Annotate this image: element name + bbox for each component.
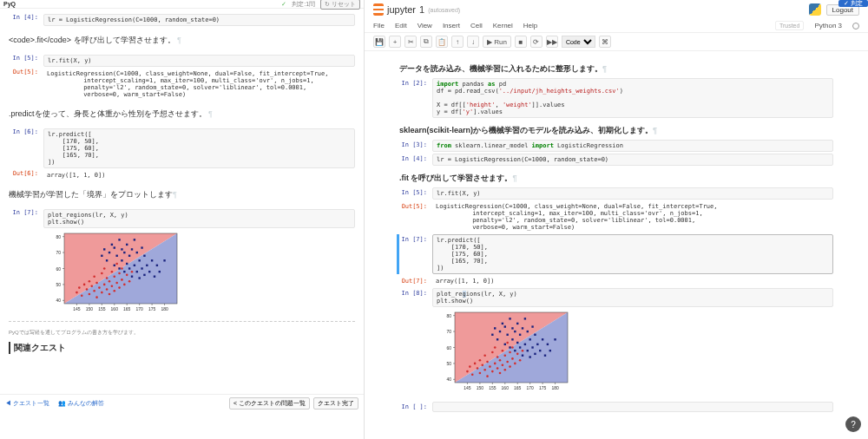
svg-text:150: 150 — [477, 385, 484, 390]
prev-quest-button[interactable]: < このクエストの問題一覧 — [229, 397, 310, 410]
quest-done-button[interactable]: クエスト完了 — [313, 397, 358, 410]
code-body[interactable]: lr = LogisticRegression(C=1000, random_s… — [43, 14, 355, 26]
code-cell-empty[interactable]: In [ ]: — [399, 402, 833, 412]
svg-point-63 — [131, 271, 134, 273]
svg-rect-73 — [118, 239, 120, 240]
help-button[interactable]: ? — [845, 416, 861, 432]
in-prompt: In [4]: — [399, 154, 432, 166]
svg-text:180: 180 — [551, 385, 559, 390]
svg-text:175: 175 — [148, 306, 156, 311]
stop-button[interactable]: ■ — [515, 36, 527, 48]
menu-insert[interactable]: Insert — [443, 22, 460, 29]
code-cell[interactable]: In [7]: plot_regions(lr, X, y) plt.show(… — [9, 209, 355, 228]
related-heading: 関連クエスト — [9, 342, 355, 354]
reset-button[interactable]: ↻ リセット — [320, 0, 360, 10]
svg-rect-65 — [103, 248, 105, 250]
svg-rect-81 — [128, 255, 130, 257]
cut-button[interactable]: ✂ — [404, 36, 417, 48]
code-body[interactable]: plot_regions(lr, X, y) plt.show() — [432, 288, 833, 307]
menu-view[interactable]: View — [418, 22, 432, 29]
notebook-name[interactable]: 1 — [419, 4, 424, 15]
svg-text:50: 50 — [446, 361, 451, 366]
svg-rect-195 — [536, 344, 538, 345]
svg-point-31 — [81, 294, 83, 297]
svg-point-135 — [479, 372, 482, 375]
code-cell[interactable]: In [3]: from sklearn.linear_model import… — [399, 140, 833, 152]
svg-point-143 — [491, 370, 494, 373]
plot-output: 1451501551601651701751804050607080 — [49, 232, 179, 314]
code-body[interactable]: plot_regions(lr, X, y) plt.show() — [43, 209, 355, 228]
celltype-select[interactable]: Code — [562, 36, 595, 48]
svg-rect-173 — [509, 346, 510, 348]
svg-rect-198 — [544, 355, 546, 357]
code-body[interactable]: lr.predict([ [170, 50], [175, 60], [165,… — [432, 234, 833, 274]
svg-point-53 — [113, 275, 115, 278]
svg-text:80: 80 — [56, 234, 61, 239]
code-cell[interactable]: In [6]: lr.predict([ [170, 50], [175, 60… — [9, 128, 355, 168]
svg-rect-95 — [148, 271, 150, 272]
code-cell[interactable]: In [8]: plot_regions(lr, X, y) plt.show(… — [399, 288, 833, 307]
svg-point-156 — [506, 342, 509, 344]
move-down-button[interactable]: ↓ — [467, 36, 479, 48]
everyone-link[interactable]: 👥 みんなの解答 — [58, 399, 104, 408]
pilcrow-icon: ¶ — [173, 190, 177, 199]
judge-button[interactable]: ✓ 判定 — [838, 0, 868, 7]
code-body[interactable]: lr.predict([ [170, 50], [175, 60], [165,… — [43, 128, 355, 168]
code-cell[interactable]: In [5]: lr.fit(X, y) — [9, 55, 355, 67]
code-cell[interactable]: In [4]: lr = LogisticRegression(C=1000, … — [9, 14, 355, 26]
code-cell-selected[interactable]: In [7]: lr.predict([ [170, 50], [175, 60… — [397, 234, 833, 274]
svg-rect-187 — [527, 350, 529, 351]
code-cell[interactable]: In [2]: import pandas as pd df = pd.read… — [399, 78, 833, 118]
add-cell-button[interactable]: + — [389, 36, 401, 48]
menu-file[interactable]: File — [373, 22, 385, 29]
svg-rect-201 — [554, 338, 556, 340]
output-cell: Out[5]: LogisticRegression(C=1000, class… — [399, 201, 833, 233]
svg-rect-177 — [514, 350, 516, 351]
in-prompt: In [5]: — [399, 187, 432, 200]
save-button[interactable]: 💾 — [373, 36, 385, 48]
command-palette-button[interactable]: ⌘ — [599, 36, 611, 48]
code-cell[interactable]: In [4]: lr = LogisticRegression(C=1000, … — [399, 154, 833, 166]
code-body[interactable] — [432, 402, 833, 412]
restart-button[interactable]: ⟳ — [530, 36, 542, 48]
menu-edit[interactable]: Edit — [395, 22, 407, 29]
svg-rect-186 — [524, 318, 526, 319]
code-body[interactable]: import pandas as pd df = pd.read_csv('..… — [432, 78, 833, 118]
run-all-button[interactable]: ▶▶ — [546, 36, 558, 48]
code-body[interactable]: lr.fit(X, y) — [43, 55, 355, 67]
code-cell[interactable]: In [5]: lr.fit(X, y) — [399, 187, 833, 200]
in-prompt: In [6]: — [9, 128, 43, 168]
run-button[interactable]: ▶ Run — [483, 36, 511, 48]
svg-point-140 — [486, 375, 489, 377]
paste-button[interactable]: 📋 — [436, 36, 448, 48]
code-body[interactable]: lr.fit(X, y) — [432, 187, 833, 200]
svg-text:155: 155 — [489, 385, 496, 390]
kernel-name[interactable]: Python 3 — [814, 22, 842, 29]
code-body[interactable]: from sklearn.linear_model import Logisti… — [432, 140, 833, 152]
svg-point-131 — [469, 365, 471, 368]
svg-point-139 — [483, 354, 486, 357]
quest-list-link[interactable]: ◀ クエスト一覧 — [5, 399, 49, 408]
svg-point-154 — [503, 354, 506, 357]
svg-point-155 — [506, 361, 509, 364]
in-prompt: In [2]: — [399, 78, 432, 118]
move-up-button[interactable]: ↑ — [451, 36, 464, 48]
svg-rect-185 — [524, 344, 526, 345]
svg-point-149 — [499, 372, 502, 375]
menubar: File Edit View Insert Cell Kernel Help T… — [365, 19, 868, 33]
svg-rect-189 — [529, 356, 530, 357]
svg-rect-93 — [143, 255, 145, 257]
svg-rect-70 — [114, 246, 115, 248]
kernel-status-icon — [852, 23, 859, 29]
trusted-badge[interactable]: Trusted — [775, 21, 804, 30]
svg-point-36 — [90, 285, 93, 287]
markdown-heading: データを読み込み、機械学習に入れるために整形します。¶ — [399, 63, 833, 75]
menu-help[interactable]: Help — [523, 22, 537, 29]
code-body[interactable]: lr = LogisticRegression(C=1000, random_s… — [432, 154, 833, 166]
svg-rect-94 — [146, 265, 148, 266]
svg-rect-91 — [141, 246, 142, 248]
copy-button[interactable]: ⧉ — [420, 36, 432, 48]
svg-rect-69 — [114, 265, 115, 266]
menu-cell[interactable]: Cell — [470, 22, 483, 29]
menu-kernel[interactable]: Kernel — [493, 22, 513, 29]
